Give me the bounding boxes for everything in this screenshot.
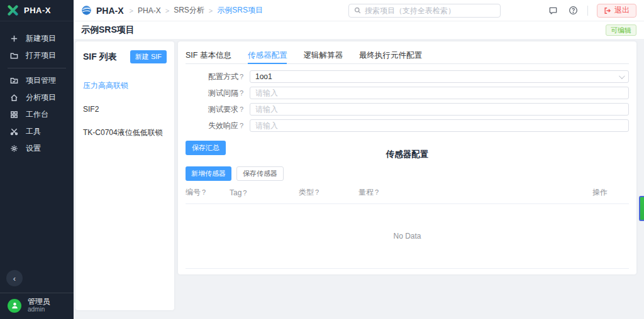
message-button[interactable] [547, 5, 558, 16]
header-actions: 退出 [547, 4, 636, 18]
help-icon[interactable]: ? [315, 188, 319, 196]
save-sensor-button[interactable]: 保存传感器 [236, 166, 284, 181]
sif-detail-panel: SIF 基本信息 传感器配置 逻辑解算器 最终执行元件配置 配置方式? 1oo1 [178, 41, 636, 274]
failure-response-input[interactable] [255, 121, 623, 130]
sensor-config-heading: 传感器配置 [186, 149, 629, 160]
sif-list-item-tk-c0704[interactable]: TK-C0704液位低低联锁 [83, 122, 167, 144]
config-mode-value: 1oo1 [255, 72, 272, 81]
breadcrumb-item-srs-analysis[interactable]: SRS分析 [174, 5, 204, 16]
test-requirement-field [250, 103, 629, 116]
sif-list-header: SIF 列表 新建 SIF [83, 50, 167, 63]
search-icon [354, 7, 361, 14]
chevron-left-icon: ‹ [13, 274, 16, 283]
folder-open-icon [10, 51, 18, 60]
sidebar-item-settings[interactable]: 设置 [0, 140, 74, 157]
pha-x-logo-icon [8, 5, 18, 16]
empty-text: No Data [393, 232, 421, 241]
help-icon[interactable]: ? [243, 189, 247, 197]
editable-status-tag: 可编辑 [606, 24, 636, 36]
sidebar-logo-text: PHA-X [24, 6, 51, 15]
sidebar-item-tools[interactable]: 工具 [0, 123, 74, 140]
plus-icon [10, 35, 18, 43]
sidebar-bottom: ‹ 管理员 admin [0, 270, 74, 319]
avatar [8, 299, 21, 313]
logout-button[interactable]: 退出 [597, 4, 636, 18]
test-requirement-label: 测试要求? [186, 104, 246, 115]
failure-response-label: 失效响应? [186, 121, 246, 131]
sidebar-item-label: 打开项目 [26, 50, 56, 61]
logout-label: 退出 [614, 5, 630, 16]
column-header-range: 量程? [358, 187, 592, 198]
sidebar-logo: PHA-X [0, 0, 74, 21]
test-requirement-input[interactable] [255, 105, 623, 114]
tab-logic-solver[interactable]: 逻辑解算器 [303, 46, 343, 63]
sidebar-nav: 新建项目 打开项目 项目管理 分析项目 工作台 [0, 21, 74, 157]
main-column: PHA-X > PHA-X > SRS分析 > 示例SRS项目 [74, 0, 644, 319]
user-role: admin [28, 306, 50, 313]
grid-icon [10, 111, 18, 119]
sidebar-item-workbench[interactable]: 工作台 [0, 106, 74, 123]
app-window: PHA-X 新建项目 打开项目 项目管理 [0, 0, 644, 319]
tools-icon [10, 127, 18, 136]
sensor-summary-form: 配置方式? 1oo1 测试间隔? 测试要求? [186, 70, 629, 136]
gear-icon [10, 144, 18, 153]
header-divider [587, 6, 588, 16]
form-row-config-mode: 配置方式? 1oo1 [186, 70, 629, 83]
sif-list-item-pressure-interlock[interactable]: 压力高高联锁 [83, 75, 167, 97]
detail-tabs: SIF 基本信息 传感器配置 逻辑解算器 最终执行元件配置 [186, 46, 629, 64]
sidebar-item-label: 项目管理 [26, 75, 56, 86]
logout-icon [604, 7, 611, 14]
folder-check-icon [10, 77, 18, 85]
user-profile[interactable]: 管理员 admin [0, 293, 74, 319]
workspace: SIF 列表 新建 SIF 压力高高联锁 SIF2 TK-C0704液位低低联锁… [74, 39, 644, 319]
sif-list-title: SIF 列表 [83, 51, 117, 63]
sidebar-divider [8, 68, 66, 68]
help-icon[interactable]: ? [375, 188, 379, 196]
help-icon[interactable]: ? [240, 73, 243, 80]
add-sensor-button[interactable]: 新增传感器 [186, 166, 231, 181]
sidebar-item-label: 工作台 [26, 109, 48, 120]
help-icon[interactable]: ? [240, 122, 243, 129]
sidebar-collapse-button[interactable]: ‹ [6, 270, 23, 286]
breadcrumb-item-phax[interactable]: PHA-X [138, 6, 161, 15]
sif-list-item-sif2[interactable]: SIF2 [83, 99, 167, 119]
sif-list-panel: SIF 列表 新建 SIF 压力高高联锁 SIF2 TK-C0704液位低低联锁 [75, 41, 174, 310]
sidebar-item-analysis-project[interactable]: 分析项目 [0, 89, 74, 106]
title-bar: 示例SRS项目 可编辑 [74, 21, 644, 39]
floating-widget-handle[interactable] [639, 196, 644, 221]
sif-list: 压力高高联锁 SIF2 TK-C0704液位低低联锁 [83, 75, 167, 144]
sidebar-item-project-management[interactable]: 项目管理 [0, 72, 74, 89]
sidebar-item-open-project[interactable]: 打开项目 [0, 47, 74, 64]
help-icon[interactable]: ? [240, 105, 243, 113]
column-header-number: 编号? [186, 187, 230, 198]
form-row-failure-response: 失效响应? [186, 119, 629, 132]
new-sif-button[interactable]: 新建 SIF [130, 50, 167, 63]
chat-bubble-icon [548, 6, 558, 15]
column-header-tag: Tag? [230, 188, 299, 197]
sidebar: PHA-X 新建项目 打开项目 项目管理 [0, 0, 74, 319]
failure-response-field [250, 119, 629, 132]
help-icon[interactable]: ? [240, 89, 243, 97]
tab-sif-basic-info[interactable]: SIF 基本信息 [186, 46, 231, 63]
config-mode-label: 配置方式? [186, 72, 246, 82]
test-interval-label: 测试间隔? [186, 88, 246, 99]
sensor-table-header: 编号? Tag? 类型? 量程? 操作 [186, 187, 629, 204]
project-search[interactable] [348, 4, 501, 18]
tab-sensor-config[interactable]: 传感器配置 [248, 46, 287, 63]
sidebar-item-label: 设置 [26, 143, 41, 154]
test-interval-field [250, 87, 629, 99]
sidebar-item-new-project[interactable]: 新建项目 [0, 30, 74, 47]
test-interval-input[interactable] [255, 89, 623, 97]
form-row-test-interval: 测试间隔? [186, 87, 629, 99]
search-input[interactable] [365, 6, 495, 15]
page-title: 示例SRS项目 [81, 24, 135, 36]
sidebar-item-label: 工具 [26, 126, 41, 137]
sensor-actions: 新增传感器 保存传感器 [186, 166, 629, 181]
top-header: PHA-X > PHA-X > SRS分析 > 示例SRS项目 [74, 0, 644, 21]
help-icon[interactable]: ? [202, 188, 206, 196]
breadcrumb-item-current: 示例SRS项目 [217, 5, 263, 16]
help-button[interactable] [567, 5, 579, 16]
tab-final-element-config[interactable]: 最终执行元件配置 [359, 46, 422, 63]
config-mode-select[interactable]: 1oo1 [250, 70, 629, 83]
sidebar-item-label: 分析项目 [26, 92, 56, 103]
